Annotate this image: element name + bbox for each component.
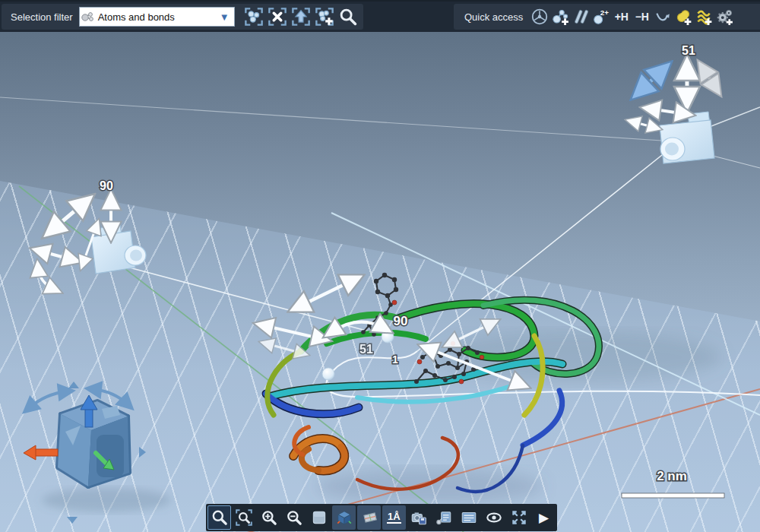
snapshot-button[interactable] [407,505,431,530]
annotation-button[interactable] [432,505,456,530]
ball-and-stick-ligand[interactable] [361,273,484,384]
selection-filter-value: Atoms and bonds [98,11,220,23]
clear-selection-button[interactable] [266,5,290,28]
keyframe-label-51: 51 [359,343,373,356]
zoom-button[interactable] [207,505,231,530]
charge-icon: 2+ [592,8,610,26]
minimize-button[interactable] [652,5,673,28]
magnifier-icon [338,7,358,27]
screen-icon [310,508,328,527]
magnifier-plus-icon [260,508,278,527]
bottom-toolbar: 1Å [206,504,557,531]
yellow-surface-plus-icon [695,8,713,26]
selection-filter-label: Selection filter [11,11,73,23]
add-app-button[interactable] [714,5,734,28]
camera-right-label: 51 [682,44,695,57]
charge-button[interactable]: 2+ [591,5,611,28]
scale-bar-line [622,493,724,498]
periodic-table-icon [530,8,549,26]
yellow-shape-plus-icon [674,8,692,26]
panel-button[interactable] [457,505,480,530]
camera-save-icon [410,508,428,527]
add-surface-button[interactable] [693,5,714,28]
scale-unit-button[interactable]: 1Å [382,505,406,530]
angstrom-label: 1Å [387,511,401,524]
background-button[interactable] [307,505,331,530]
atoms-and-bonds-icon [80,9,95,24]
view-cube-button[interactable] [332,505,356,530]
add-to-selection-icon [315,7,334,27]
panel-icon [460,508,478,527]
add-atoms-icon [551,8,569,26]
eye-icon [485,508,503,527]
fullscreen-button[interactable] [507,505,530,530]
x-axis-arrow[interactable] [24,445,58,460]
quick-access-group: Quick access [454,4,760,30]
zoom-in-button[interactable] [258,505,281,530]
scene-canvas: 90 51 1 90 [0,30,760,532]
camera-right[interactable] [660,112,714,163]
grid-button[interactable] [357,505,381,530]
viewport-3d[interactable]: 90 51 1 90 [0,30,760,532]
remove-hydrogens-button[interactable]: −H [632,5,652,28]
view-cube-rotate-arrows[interactable] [29,389,128,408]
zoom-out-button[interactable] [283,505,306,530]
expand-selection-button[interactable] [290,5,313,28]
add-hydrogens-button[interactable]: +H [611,5,632,28]
plus-h-label: +H [615,11,629,23]
play-icon: ▶ [539,510,549,526]
selection-filter-group: Selection filter Atoms and bonds ▼ [2,4,363,30]
magnifier-brackets-icon [235,508,253,527]
add-shape-button[interactable] [673,5,693,28]
periodic-table-button[interactable] [529,5,549,28]
bonds-button[interactable] [570,5,591,28]
grid-plane-icon [360,508,378,527]
nav-triangle-right [139,447,146,458]
keyframe-label-90: 90 [394,314,408,328]
select-atoms-icon [244,7,264,27]
dropdown-arrow-icon[interactable]: ▼ [220,11,230,23]
camera-left-label: 90 [100,179,113,192]
scale-bar: 2 nm [622,469,724,498]
view-cube[interactable] [58,401,129,486]
expand-selection-icon [291,7,311,27]
annotation-icon [435,508,453,527]
expand-icon [510,508,528,527]
magnifier-minus-icon [285,508,303,527]
select-atoms-button[interactable] [242,5,266,28]
play-button[interactable]: ▶ [532,505,556,530]
scale-bar-label: 2 nm [657,469,687,483]
svg-text:2+: 2+ [600,8,609,17]
nav-triangle-down [67,517,78,524]
camera-left[interactable] [91,225,146,274]
bonds-icon [572,8,590,26]
quick-access-label: Quick access [464,11,523,23]
cube-icon [335,508,353,527]
find-button[interactable] [337,5,360,28]
clear-selection-icon [268,7,287,27]
selection-filter-dropdown[interactable]: Atoms and bonds ▼ [79,7,235,27]
gears-plus-icon [715,8,733,26]
nav-triangle-up [68,382,79,388]
molecular-viewer-app: { "colors": { "toolbar_bg": "#1f2935", "… [0,0,760,532]
add-atoms-button[interactable] [549,5,570,28]
add-to-selection-button[interactable] [313,5,337,28]
top-toolbar: Selection filter Atoms and bonds ▼ [0,0,760,32]
curved-arrow-icon [654,8,672,26]
zoom-selection-button[interactable] [233,505,256,530]
visibility-button[interactable] [482,505,505,530]
minus-h-label: −H [635,11,649,23]
keyframe-label-1: 1 [392,353,398,366]
magnifier-icon [211,508,229,527]
